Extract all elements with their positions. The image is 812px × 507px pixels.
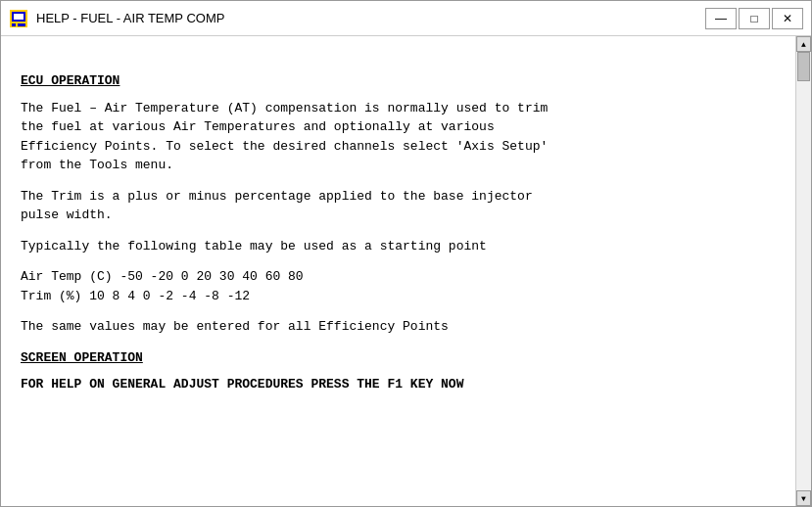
window-controls: — □ ✕	[705, 8, 803, 29]
f1-help-text: FOR HELP ON GENERAL ADJUST PROCEDURES PR…	[21, 375, 776, 394]
paragraph1: The Fuel – Air Temperature (AT) compensa…	[21, 99, 776, 175]
content-area: ECU OPERATION The Fuel – Air Temperature…	[1, 36, 811, 506]
table-row-1: Air Temp (C) -50 -20 0 20 30 40 60 80	[21, 267, 776, 287]
paragraph3: Typically the following table may be use…	[21, 237, 776, 256]
window-icon	[9, 9, 28, 28]
paragraph2: The Trim is a plus or minus percentage a…	[21, 187, 776, 225]
scroll-down-button[interactable]: ▼	[796, 490, 811, 506]
scrollbar-track[interactable]	[796, 52, 811, 490]
svg-rect-2	[12, 23, 16, 26]
title-bar: HELP - FUEL - AIR TEMP COMP — □ ✕	[1, 1, 811, 36]
svg-rect-4	[14, 14, 24, 20]
help-window: HELP - FUEL - AIR TEMP COMP — □ ✕ ECU OP…	[0, 0, 812, 507]
air-temp-table: Air Temp (C) -50 -20 0 20 30 40 60 80 Tr…	[21, 267, 776, 305]
table-row-2: Trim (%) 10 8 4 0 -2 -4 -8 -12	[21, 287, 776, 306]
window-title: HELP - FUEL - AIR TEMP COMP	[36, 11, 705, 25]
maximize-button[interactable]: □	[739, 8, 770, 29]
main-content: ECU OPERATION The Fuel – Air Temperature…	[1, 36, 795, 506]
section2-heading: SCREEN OPERATION	[21, 348, 776, 368]
svg-rect-3	[18, 23, 25, 26]
scroll-up-button[interactable]: ▲	[796, 36, 811, 52]
scrollbar-thumb[interactable]	[797, 52, 810, 81]
scrollbar[interactable]: ▲ ▼	[795, 36, 811, 506]
paragraph4: The same values may be entered for all E…	[21, 317, 776, 337]
minimize-button[interactable]: —	[705, 8, 737, 29]
close-button[interactable]: ✕	[772, 8, 803, 29]
section1-heading: ECU OPERATION	[21, 71, 776, 91]
